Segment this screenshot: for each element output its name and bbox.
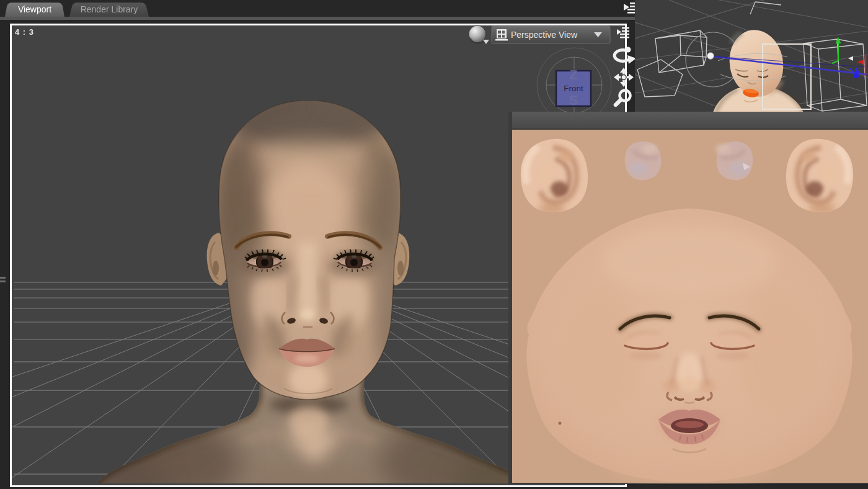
svg-text:Perspective View: Perspective View bbox=[511, 30, 578, 40]
svg-text:S: S bbox=[569, 92, 578, 108]
svg-text:Z: Z bbox=[569, 67, 577, 83]
svg-text:Front: Front bbox=[564, 84, 583, 93]
